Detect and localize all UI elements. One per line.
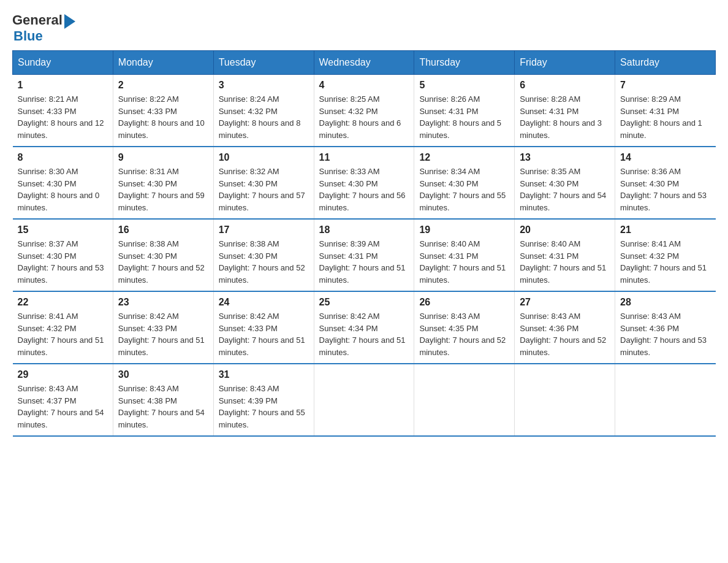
daylight-text: Daylight: 7 hours and 52 minutes. bbox=[419, 335, 506, 357]
calendar-cell bbox=[414, 364, 515, 436]
daylight-text: Daylight: 8 hours and 0 minutes. bbox=[18, 191, 100, 212]
sunrise-text: Sunrise: 8:37 AM bbox=[18, 239, 78, 248]
sunrise-text: Sunrise: 8:38 AM bbox=[118, 239, 179, 248]
day-info: Sunrise: 8:43 AM Sunset: 4:36 PM Dayligh… bbox=[620, 310, 710, 358]
sunset-text: Sunset: 4:38 PM bbox=[118, 396, 177, 405]
sunset-text: Sunset: 4:30 PM bbox=[219, 179, 278, 188]
daylight-text: Daylight: 7 hours and 54 minutes. bbox=[520, 191, 606, 212]
day-number: 20 bbox=[520, 224, 610, 236]
sunrise-text: Sunrise: 8:21 AM bbox=[18, 94, 78, 104]
sunrise-text: Sunrise: 8:43 AM bbox=[18, 384, 78, 393]
calendar-cell: 29 Sunrise: 8:43 AM Sunset: 4:37 PM Dayl… bbox=[13, 364, 113, 436]
sunset-text: Sunset: 4:31 PM bbox=[319, 251, 378, 261]
sunset-text: Sunset: 4:30 PM bbox=[18, 179, 77, 188]
day-number: 28 bbox=[620, 297, 710, 308]
calendar-cell: 2 Sunrise: 8:22 AM Sunset: 4:33 PM Dayli… bbox=[113, 75, 213, 147]
day-number: 10 bbox=[219, 152, 309, 163]
calendar-cell: 16 Sunrise: 8:38 AM Sunset: 4:30 PM Dayl… bbox=[113, 219, 213, 291]
calendar-cell: 9 Sunrise: 8:31 AM Sunset: 4:30 PM Dayli… bbox=[113, 147, 213, 219]
calendar-cell: 4 Sunrise: 8:25 AM Sunset: 4:32 PM Dayli… bbox=[314, 75, 414, 147]
day-number: 29 bbox=[18, 369, 108, 380]
day-number: 25 bbox=[319, 297, 409, 308]
daylight-text: Daylight: 8 hours and 6 minutes. bbox=[319, 118, 401, 140]
calendar-cell: 27 Sunrise: 8:43 AM Sunset: 4:36 PM Dayl… bbox=[515, 291, 615, 364]
daylight-text: Daylight: 7 hours and 51 minutes. bbox=[319, 263, 406, 285]
calendar-cell: 31 Sunrise: 8:43 AM Sunset: 4:39 PM Dayl… bbox=[213, 364, 314, 436]
day-number: 21 bbox=[620, 224, 710, 236]
calendar-cell: 3 Sunrise: 8:24 AM Sunset: 4:32 PM Dayli… bbox=[213, 75, 314, 147]
calendar-cell: 21 Sunrise: 8:41 AM Sunset: 4:32 PM Dayl… bbox=[615, 219, 716, 291]
day-number: 9 bbox=[118, 152, 208, 163]
day-info: Sunrise: 8:36 AM Sunset: 4:30 PM Dayligh… bbox=[620, 166, 710, 213]
calendar-week-3: 15 Sunrise: 8:37 AM Sunset: 4:30 PM Dayl… bbox=[13, 219, 716, 291]
day-info: Sunrise: 8:43 AM Sunset: 4:38 PM Dayligh… bbox=[118, 383, 208, 431]
daylight-text: Daylight: 7 hours and 51 minutes. bbox=[620, 263, 707, 285]
sunrise-text: Sunrise: 8:40 AM bbox=[520, 239, 580, 248]
calendar-cell: 26 Sunrise: 8:43 AM Sunset: 4:35 PM Dayl… bbox=[414, 291, 515, 364]
sunrise-text: Sunrise: 8:43 AM bbox=[118, 384, 179, 393]
weekday-header-monday: Monday bbox=[113, 51, 213, 75]
daylight-text: Daylight: 7 hours and 52 minutes. bbox=[219, 263, 305, 285]
daylight-text: Daylight: 7 hours and 51 minutes. bbox=[219, 335, 305, 357]
sunset-text: Sunset: 4:39 PM bbox=[219, 396, 278, 405]
sunrise-text: Sunrise: 8:42 AM bbox=[219, 312, 279, 321]
sunset-text: Sunset: 4:33 PM bbox=[18, 107, 77, 116]
sunrise-text: Sunrise: 8:32 AM bbox=[219, 167, 279, 176]
sunrise-text: Sunrise: 8:24 AM bbox=[219, 94, 279, 104]
sunrise-text: Sunrise: 8:39 AM bbox=[319, 239, 380, 248]
sunrise-text: Sunrise: 8:29 AM bbox=[620, 94, 681, 104]
day-number: 4 bbox=[319, 80, 409, 91]
sunrise-text: Sunrise: 8:31 AM bbox=[118, 167, 179, 176]
sunset-text: Sunset: 4:33 PM bbox=[118, 324, 177, 333]
day-number: 13 bbox=[520, 152, 610, 163]
calendar-cell: 12 Sunrise: 8:34 AM Sunset: 4:30 PM Dayl… bbox=[414, 147, 515, 219]
sunset-text: Sunset: 4:31 PM bbox=[520, 251, 578, 261]
daylight-text: Daylight: 7 hours and 52 minutes. bbox=[118, 263, 205, 285]
day-info: Sunrise: 8:43 AM Sunset: 4:35 PM Dayligh… bbox=[419, 310, 509, 358]
day-info: Sunrise: 8:39 AM Sunset: 4:31 PM Dayligh… bbox=[319, 238, 409, 286]
day-info: Sunrise: 8:43 AM Sunset: 4:37 PM Dayligh… bbox=[18, 383, 108, 431]
calendar-cell: 8 Sunrise: 8:30 AM Sunset: 4:30 PM Dayli… bbox=[13, 147, 113, 219]
sunset-text: Sunset: 4:35 PM bbox=[419, 324, 478, 333]
day-number: 7 bbox=[620, 80, 710, 91]
sunrise-text: Sunrise: 8:43 AM bbox=[219, 384, 279, 393]
sunrise-text: Sunrise: 8:26 AM bbox=[419, 94, 480, 104]
sunrise-text: Sunrise: 8:38 AM bbox=[219, 239, 279, 248]
sunset-text: Sunset: 4:32 PM bbox=[18, 324, 77, 333]
calendar-cell: 7 Sunrise: 8:29 AM Sunset: 4:31 PM Dayli… bbox=[615, 75, 716, 147]
calendar-week-2: 8 Sunrise: 8:30 AM Sunset: 4:30 PM Dayli… bbox=[13, 147, 716, 219]
sunset-text: Sunset: 4:36 PM bbox=[620, 324, 679, 333]
daylight-text: Daylight: 7 hours and 53 minutes. bbox=[620, 191, 707, 212]
weekday-header-saturday: Saturday bbox=[615, 51, 716, 75]
calendar-table: SundayMondayTuesdayWednesdayThursdayFrid… bbox=[12, 50, 716, 437]
daylight-text: Daylight: 7 hours and 54 minutes. bbox=[18, 408, 104, 429]
daylight-text: Daylight: 8 hours and 1 minute. bbox=[620, 118, 702, 140]
calendar-cell: 22 Sunrise: 8:41 AM Sunset: 4:32 PM Dayl… bbox=[13, 291, 113, 364]
day-info: Sunrise: 8:42 AM Sunset: 4:34 PM Dayligh… bbox=[319, 310, 409, 358]
sunrise-text: Sunrise: 8:43 AM bbox=[419, 312, 480, 321]
calendar-cell: 10 Sunrise: 8:32 AM Sunset: 4:30 PM Dayl… bbox=[213, 147, 314, 219]
sunset-text: Sunset: 4:32 PM bbox=[219, 107, 278, 116]
page-header: General Blue bbox=[12, 12, 716, 44]
calendar-header-row: SundayMondayTuesdayWednesdayThursdayFrid… bbox=[13, 51, 716, 75]
daylight-text: Daylight: 7 hours and 55 minutes. bbox=[419, 191, 506, 212]
calendar-week-5: 29 Sunrise: 8:43 AM Sunset: 4:37 PM Dayl… bbox=[13, 364, 716, 436]
day-info: Sunrise: 8:43 AM Sunset: 4:36 PM Dayligh… bbox=[520, 310, 610, 358]
day-info: Sunrise: 8:25 AM Sunset: 4:32 PM Dayligh… bbox=[319, 93, 409, 141]
sunrise-text: Sunrise: 8:43 AM bbox=[520, 312, 580, 321]
day-number: 15 bbox=[18, 224, 108, 236]
day-number: 8 bbox=[18, 152, 108, 163]
calendar-cell: 30 Sunrise: 8:43 AM Sunset: 4:38 PM Dayl… bbox=[113, 364, 213, 436]
sunrise-text: Sunrise: 8:25 AM bbox=[319, 94, 380, 104]
day-number: 26 bbox=[419, 297, 509, 308]
day-info: Sunrise: 8:40 AM Sunset: 4:31 PM Dayligh… bbox=[520, 238, 610, 286]
sunrise-text: Sunrise: 8:41 AM bbox=[620, 239, 681, 248]
calendar-cell bbox=[615, 364, 716, 436]
day-number: 22 bbox=[18, 297, 108, 308]
day-number: 2 bbox=[118, 80, 208, 91]
sunset-text: Sunset: 4:30 PM bbox=[319, 179, 378, 188]
day-info: Sunrise: 8:37 AM Sunset: 4:30 PM Dayligh… bbox=[18, 238, 108, 286]
sunset-text: Sunset: 4:30 PM bbox=[219, 251, 278, 261]
day-info: Sunrise: 8:43 AM Sunset: 4:39 PM Dayligh… bbox=[219, 383, 309, 431]
calendar-week-1: 1 Sunrise: 8:21 AM Sunset: 4:33 PM Dayli… bbox=[13, 75, 716, 147]
